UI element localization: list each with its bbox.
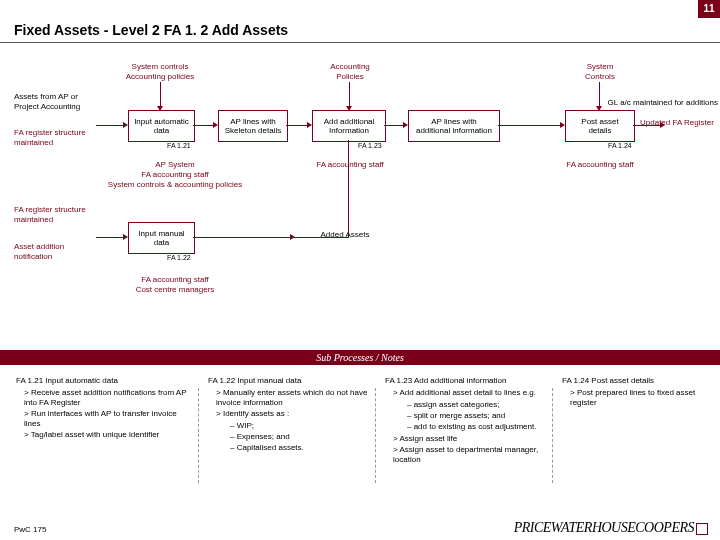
note-heading: FA 1.21 Input automatic data [16,376,191,386]
note-heading: FA 1.23 Add additional information [385,376,545,386]
label-asset-addition-notif: Asset additionnotification [14,242,94,262]
arrow-right-icon [403,122,408,128]
sub-processes-header: Sub Processes / Notes [0,350,720,365]
label-added-assets: Added Assets [300,230,390,240]
note-fa123: FA 1.23 Add additional information Add a… [385,376,545,466]
slide-page: 11 Fixed Assets - Level 2 FA 1. 2 Add As… [0,0,720,540]
box-add-additional: Add additionalInformation [312,110,386,142]
conn [348,140,349,237]
band-line [0,366,720,367]
slide-number-badge: 11 [698,0,720,18]
footer-pagecode: PwC 175 [14,525,46,534]
note-list: Manually enter assets which do not have … [208,388,368,419]
conn [498,125,563,126]
divider [198,388,199,483]
label-updated-fa: Updated FA Register [640,118,720,128]
top-label-col3: SystemControls [570,62,630,82]
note-fa122: FA 1.22 Input manual data Manually enter… [208,376,368,454]
below-label-3: FA accounting staff [560,160,640,170]
divider [552,388,553,483]
conn [633,125,663,126]
divider [375,388,376,483]
note-fa124: FA 1.24 Post asset details Post prepared… [562,376,712,409]
conn [96,237,126,238]
below-label-1: AP SystemFA accounting staffSystem contr… [90,160,260,190]
arrow-right-icon [213,122,218,128]
arrow-right-icon [307,122,312,128]
label-fa-reg-maint: FA register structuremaintained [14,128,119,148]
box-ap-additional: AP lines withadditional information [408,110,500,142]
pwc-logo: PRICEWATERHOUSECOOPERS [514,520,708,536]
page-title: Fixed Assets - Level 2 FA 1. 2 Add Asset… [14,22,288,38]
code-fa121: FA 1.21 [167,142,191,149]
box-input-manual: Input manualdata [128,222,195,254]
conn [160,82,161,107]
code-fa122: FA 1.22 [167,254,191,261]
note-list: Post prepared lines to fixed asset regis… [562,388,712,408]
box-input-automatic: Input automaticdata [128,110,195,142]
note-list: Receive asset addition notifications fro… [16,388,191,440]
arrow-right-icon [660,122,665,128]
note-list: Assign asset life Assign asset to depart… [385,434,545,465]
code-fa124: FA 1.24 [608,142,632,149]
note-heading: FA 1.22 Input manual data [208,376,368,386]
conn [349,82,350,107]
conn [293,237,349,238]
note-sublist: assign asset categories; split or merge … [385,400,545,432]
logo-square-icon [696,523,708,535]
box-ap-skeleton: AP lines withSkeleton details [218,110,288,142]
top-label-col1: System controlsAccounting policies [110,62,210,82]
header-rule [0,42,720,43]
conn [193,237,293,238]
note-sublist: WIP; Expenses; and Capitalised assets. [208,421,368,453]
label-glac: GL a/c maintained for additions [548,98,718,108]
arrow-right-icon [123,234,128,240]
arrow-right-icon [123,122,128,128]
arrow-right-icon [560,122,565,128]
top-label-col2: AccountingPolicies [310,62,390,82]
note-list: Add additional asset detail to lines e.g… [385,388,545,398]
note-fa121: FA 1.21 Input automatic data Receive ass… [16,376,191,441]
note-heading: FA 1.24 Post asset details [562,376,712,386]
below-label-4: FA accounting staffCost centre managers [100,275,250,295]
label-assets-from: Assets from AP orProject Accounting [14,92,114,112]
below-label-2: FA accounting staff [305,160,395,170]
code-fa123: FA 1.23 [358,142,382,149]
label-fa-reg-maint2: FA register structuremaintained [14,205,119,225]
conn [96,125,126,126]
band-line [0,348,720,349]
box-post-asset: Post assetdetails [565,110,635,142]
